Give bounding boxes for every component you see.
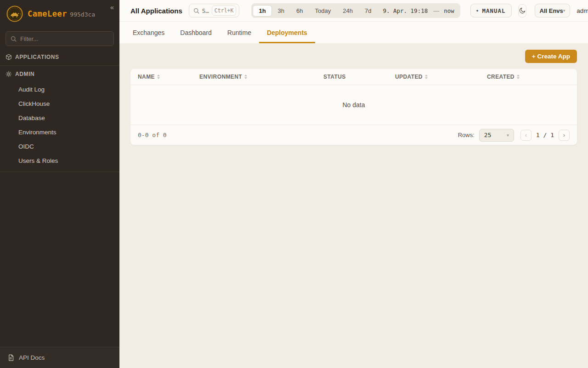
theme-toggle-button[interactable]	[518, 4, 526, 17]
sidebar-section-applications[interactable]: APPLICATIONS	[0, 49, 119, 65]
sort-icon	[425, 75, 428, 79]
brand-name: CameLeer 995d3ca	[28, 9, 95, 18]
sort-icon	[517, 75, 520, 79]
time-range-1h[interactable]: 1h	[253, 5, 271, 17]
sort-icon	[157, 75, 160, 79]
deployments-content: + Create App NAME ENVIRONMENT STATUS UPD…	[119, 43, 588, 368]
tab-deployments[interactable]: Deployments	[259, 22, 315, 43]
range-start-value[interactable]: 9. Apr. 19:18	[377, 7, 431, 14]
page-indicator: 1 / 1	[536, 132, 554, 138]
brand-version: 995d3ca	[70, 11, 95, 18]
column-label: UPDATED	[395, 74, 423, 80]
range-separator: —	[431, 7, 441, 14]
column-header-updated[interactable]: UPDATED	[395, 74, 487, 80]
sidebar-section-label: APPLICATIONS	[15, 54, 59, 60]
range-end-value[interactable]: now	[441, 7, 459, 14]
sidebar-collapse-icon[interactable]: «	[110, 4, 114, 11]
time-range-today[interactable]: Today	[309, 5, 337, 17]
search-icon	[11, 36, 17, 42]
cube-icon	[6, 54, 12, 60]
sidebar: « CameLeer 995d3ca APPLICATIONS	[0, 0, 119, 368]
sidebar-nav: APPLICATIONS ADMIN Audit Log ClickHouse …	[0, 49, 119, 172]
chevron-down-icon: ▾	[563, 8, 565, 13]
sidebar-item-audit-log[interactable]: Audit Log	[0, 82, 119, 97]
deployments-table: NAME ENVIRONMENT STATUS UPDATED CREATED	[130, 69, 577, 145]
time-range-24h[interactable]: 24h	[337, 5, 359, 17]
rows-per-page-value: 25	[484, 132, 492, 138]
next-page-button[interactable]: ›	[559, 130, 570, 141]
main-area: All Applications S… Ctrl+K 1h 3h 6h Toda…	[119, 0, 588, 368]
column-label: NAME	[138, 74, 155, 80]
sidebar-section-label: ADMIN	[15, 71, 34, 77]
tab-runtime[interactable]: Runtime	[220, 22, 259, 43]
moon-icon	[519, 7, 526, 14]
sidebar-item-environments[interactable]: Environments	[0, 125, 119, 139]
document-icon	[7, 354, 14, 361]
refresh-mode-button[interactable]: • MANUAL	[470, 4, 512, 17]
brand-logo-row: CameLeer 995d3ca	[0, 0, 119, 27]
search-shortcut-badge: Ctrl+K	[212, 6, 237, 16]
gear-icon	[6, 71, 12, 77]
page-title: All Applications	[130, 7, 182, 15]
sidebar-item-database[interactable]: Database	[0, 111, 119, 125]
filter-input[interactable]	[20, 35, 109, 42]
sidebar-section-admin[interactable]: ADMIN	[0, 66, 119, 82]
tabs-bar: Exchanges Dashboard Runtime Deployments	[119, 22, 588, 43]
rows-per-page-label: Rows:	[458, 132, 475, 138]
tab-exchanges[interactable]: Exchanges	[125, 22, 172, 43]
time-range-3h[interactable]: 3h	[272, 5, 290, 17]
pagination: Rows: 25 ▾ ‹ 1 / 1 ›	[458, 129, 570, 142]
previous-page-button[interactable]: ‹	[520, 130, 531, 141]
user-menu[interactable]: adm	[577, 7, 588, 14]
time-range-7d[interactable]: 7d	[359, 5, 377, 17]
sidebar-filter[interactable]	[6, 31, 114, 46]
refresh-mode-label: MANUAL	[482, 7, 505, 14]
sidebar-item-clickhouse[interactable]: ClickHouse	[0, 97, 119, 111]
refresh-mode-dot: •	[476, 8, 479, 14]
column-label: ENVIRONMENT	[199, 74, 242, 80]
global-search[interactable]: S… Ctrl+K	[189, 4, 240, 17]
column-header-environment[interactable]: ENVIRONMENT	[199, 74, 323, 80]
tab-dashboard[interactable]: Dashboard	[172, 22, 220, 43]
time-range-6h[interactable]: 6h	[290, 5, 309, 17]
api-docs-link[interactable]: API Docs	[0, 347, 119, 368]
camel-logo-icon	[6, 6, 23, 22]
table-header-row: NAME ENVIRONMENT STATUS UPDATED CREATED	[130, 69, 577, 85]
column-header-created[interactable]: CREATED	[487, 74, 577, 80]
empty-state-text: No data	[130, 85, 577, 125]
chevron-down-icon: ▾	[507, 133, 509, 138]
rows-per-page-dropdown[interactable]: 25 ▾	[479, 129, 514, 142]
brand-title: CameLeer	[28, 9, 67, 18]
column-label: CREATED	[487, 74, 514, 80]
time-range-selector: 1h 3h 6h Today 24h 7d 9. Apr. 19:18 — no…	[251, 3, 460, 18]
create-app-button[interactable]: + Create App	[525, 50, 577, 63]
search-icon	[193, 8, 199, 14]
environment-value: All Envs	[540, 7, 563, 14]
column-header-status: STATUS	[323, 74, 395, 80]
sidebar-item-users-roles[interactable]: Users & Roles	[0, 154, 119, 168]
search-placeholder: S…	[202, 7, 209, 14]
topbar: All Applications S… Ctrl+K 1h 3h 6h Toda…	[119, 0, 588, 22]
column-header-name[interactable]: NAME	[130, 74, 199, 80]
sort-icon	[244, 75, 247, 79]
result-range-text: 0-0 of 0	[138, 132, 167, 138]
environment-dropdown[interactable]: All Envs ▾	[535, 4, 571, 17]
table-footer: 0-0 of 0 Rows: 25 ▾ ‹ 1 / 1 ›	[130, 125, 577, 145]
api-docs-label: API Docs	[19, 354, 45, 361]
sidebar-item-oidc[interactable]: OIDC	[0, 139, 119, 154]
column-label: STATUS	[323, 74, 346, 80]
